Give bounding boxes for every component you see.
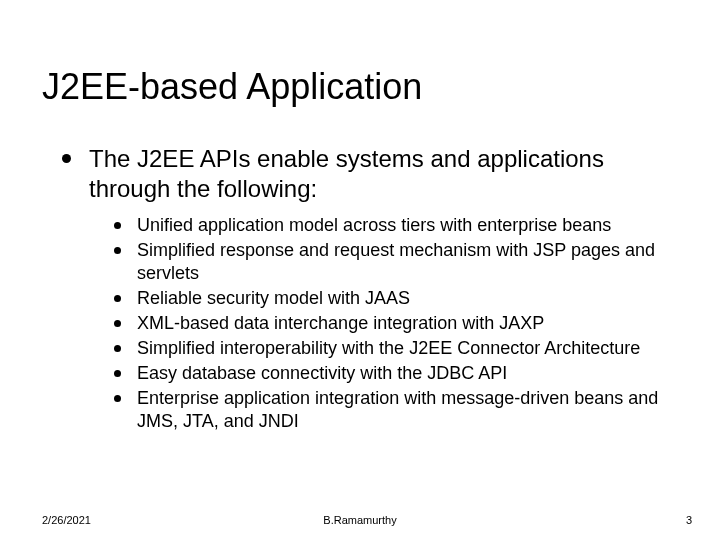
list-item-text: Easy database connectivity with the JDBC… <box>137 362 507 385</box>
list-item: Unified application model across tiers w… <box>114 214 672 237</box>
list-item: Reliable security model with JAAS <box>114 287 672 310</box>
list-item-text: Unified application model across tiers w… <box>137 214 611 237</box>
list-item: Enterprise application integration with … <box>114 387 672 433</box>
bullet-icon <box>114 370 121 377</box>
list-item-text: Simplified interoperability with the J2E… <box>137 337 640 360</box>
sub-list: Unified application model across tiers w… <box>114 214 672 433</box>
slide: J2EE-based Application The J2EE APIs ena… <box>0 0 720 540</box>
slide-body: The J2EE APIs enable systems and applica… <box>62 144 672 435</box>
list-item: Simplified response and request mechanis… <box>114 239 672 285</box>
list-item: XML-based data interchange integration w… <box>114 312 672 335</box>
bullet-icon <box>114 247 121 254</box>
bullet-icon <box>62 154 71 163</box>
bullet-icon <box>114 295 121 302</box>
list-item-text: Reliable security model with JAAS <box>137 287 410 310</box>
footer-page-number: 3 <box>686 514 692 526</box>
intro-item: The J2EE APIs enable systems and applica… <box>62 144 672 204</box>
list-item-text: XML-based data interchange integration w… <box>137 312 544 335</box>
intro-text: The J2EE APIs enable systems and applica… <box>89 144 672 204</box>
slide-title: J2EE-based Application <box>42 66 680 108</box>
footer-author: B.Ramamurthy <box>0 514 720 526</box>
bullet-icon <box>114 222 121 229</box>
list-item: Simplified interoperability with the J2E… <box>114 337 672 360</box>
list-item-text: Simplified response and request mechanis… <box>137 239 672 285</box>
bullet-icon <box>114 320 121 327</box>
bullet-icon <box>114 345 121 352</box>
bullet-icon <box>114 395 121 402</box>
list-item-text: Enterprise application integration with … <box>137 387 672 433</box>
list-item: Easy database connectivity with the JDBC… <box>114 362 672 385</box>
